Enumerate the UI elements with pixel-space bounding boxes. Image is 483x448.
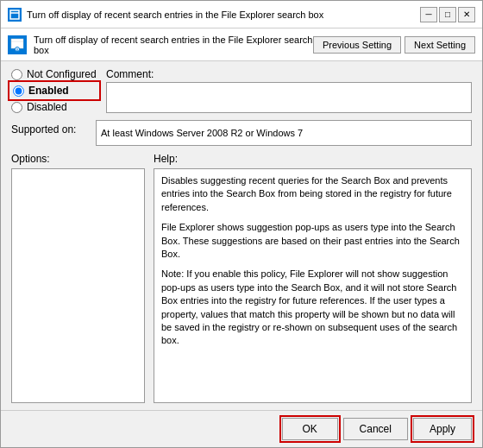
options-box [11, 168, 145, 403]
supported-section: Supported on: At least Windows Server 20… [11, 120, 472, 146]
options-title: Options: [11, 153, 145, 165]
svg-rect-0 [10, 10, 19, 19]
not-configured-label: Not Configured [27, 68, 97, 80]
radio-group: Not Configured Enabled Disabled [11, 68, 97, 113]
close-button[interactable]: ✕ [458, 7, 475, 22]
title-bar-icon [8, 8, 22, 22]
content-area: Not Configured Enabled Disabled Comment:… [1, 61, 482, 410]
dialog: Turn off display of recent search entrie… [0, 0, 483, 448]
not-configured-option[interactable]: Not Configured [11, 68, 97, 80]
header-buttons: Previous Setting Next Setting [313, 36, 475, 54]
disabled-option[interactable]: Disabled [11, 101, 97, 113]
enabled-label: Enabled [28, 85, 69, 97]
title-bar-title: Turn off display of recent search entrie… [27, 9, 420, 20]
help-paragraph-2: File Explorer shows suggestion pop-ups a… [161, 221, 464, 261]
policy-header-icon [8, 35, 27, 54]
lower-section: Options: Help: Disables suggesting recen… [11, 153, 472, 403]
comment-label: Comment: [106, 68, 472, 80]
next-setting-button[interactable]: Next Setting [405, 36, 475, 54]
header-bar: Turn off display of recent search entrie… [1, 28, 482, 61]
enabled-radio[interactable] [13, 85, 24, 97]
help-paragraph-3: Note: If you enable this policy, File Ex… [161, 268, 464, 347]
header-left: Turn off display of recent search entrie… [8, 35, 313, 55]
help-paragraph-1: Disables suggesting recent queries for t… [161, 174, 464, 214]
options-section: Options: [11, 153, 145, 403]
footer: OK Cancel Apply [1, 410, 482, 447]
supported-label: Supported on: [11, 120, 89, 136]
cancel-button[interactable]: Cancel [343, 418, 408, 440]
title-bar: Turn off display of recent search entrie… [1, 1, 482, 28]
header-title: Turn off display of recent search entrie… [34, 35, 313, 55]
minimize-button[interactable]: ─ [420, 7, 437, 22]
help-section: Help: Disables suggesting recent queries… [154, 153, 472, 403]
top-section: Not Configured Enabled Disabled Comment: [11, 68, 472, 113]
enabled-option[interactable]: Enabled [11, 84, 97, 98]
comment-section: Comment: [106, 68, 472, 113]
apply-button[interactable]: Apply [413, 418, 472, 440]
disabled-label: Disabled [27, 101, 67, 113]
title-bar-controls: ─ □ ✕ [420, 7, 475, 22]
help-content: Disables suggesting recent queries for t… [154, 168, 472, 403]
maximize-button[interactable]: □ [439, 7, 456, 22]
comment-input[interactable] [106, 82, 472, 113]
not-configured-radio[interactable] [11, 69, 22, 80]
help-title: Help: [154, 153, 472, 165]
supported-value: At least Windows Server 2008 R2 or Windo… [96, 120, 472, 146]
disabled-radio[interactable] [11, 102, 22, 113]
previous-setting-button[interactable]: Previous Setting [313, 36, 401, 54]
ok-button[interactable]: OK [282, 418, 338, 440]
